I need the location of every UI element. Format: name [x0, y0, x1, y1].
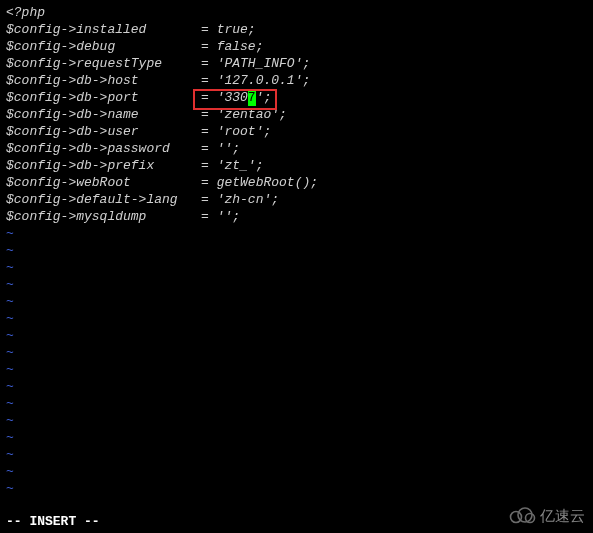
- empty-line-tilde: ~: [6, 242, 587, 259]
- svg-point-2: [526, 514, 535, 523]
- empty-line-tilde: ~: [6, 310, 587, 327]
- empty-line-tilde: ~: [6, 327, 587, 344]
- code-line: $config->db->password = '';: [6, 140, 587, 157]
- watermark: 亿速云: [508, 506, 585, 527]
- svg-point-1: [518, 508, 532, 522]
- code-line: $config->db->user = 'root';: [6, 123, 587, 140]
- empty-line-tilde: ~: [6, 276, 587, 293]
- code-line: $config->db->name = 'zentao';: [6, 106, 587, 123]
- code-line: $config->default->lang = 'zh-cn';: [6, 191, 587, 208]
- empty-line-tilde: ~: [6, 378, 587, 395]
- code-line: $config->mysqldump = '';: [6, 208, 587, 225]
- empty-line-tilde: ~: [6, 446, 587, 463]
- text-cursor: 7: [248, 89, 256, 106]
- empty-line-tilde: ~: [6, 293, 587, 310]
- cloud-icon: [508, 506, 536, 527]
- empty-line-tilde: ~: [6, 361, 587, 378]
- watermark-text: 亿速云: [540, 507, 585, 526]
- editor-viewport[interactable]: <?php $config->installed = true;$config-…: [6, 4, 587, 497]
- empty-line-tilde: ~: [6, 429, 587, 446]
- code-line-open-tag: <?php: [6, 4, 587, 21]
- empty-line-tilde: ~: [6, 412, 587, 429]
- code-line: $config->requestType = 'PATH_INFO';: [6, 55, 587, 72]
- empty-line-tilde: ~: [6, 225, 587, 242]
- code-line: $config->webRoot = getWebRoot();: [6, 174, 587, 191]
- code-line: $config->db->port = '3307';: [6, 89, 587, 106]
- code-line: $config->db->host = '127.0.0.1';: [6, 72, 587, 89]
- empty-line-tilde: ~: [6, 463, 587, 480]
- code-line: $config->debug = false;: [6, 38, 587, 55]
- empty-line-tilde: ~: [6, 344, 587, 361]
- code-line: $config->installed = true;: [6, 21, 587, 38]
- vim-mode-status: -- INSERT --: [6, 514, 100, 529]
- empty-line-tilde: ~: [6, 395, 587, 412]
- empty-line-tilde: ~: [6, 259, 587, 276]
- empty-line-tilde: ~: [6, 480, 587, 497]
- code-line: $config->db->prefix = 'zt_';: [6, 157, 587, 174]
